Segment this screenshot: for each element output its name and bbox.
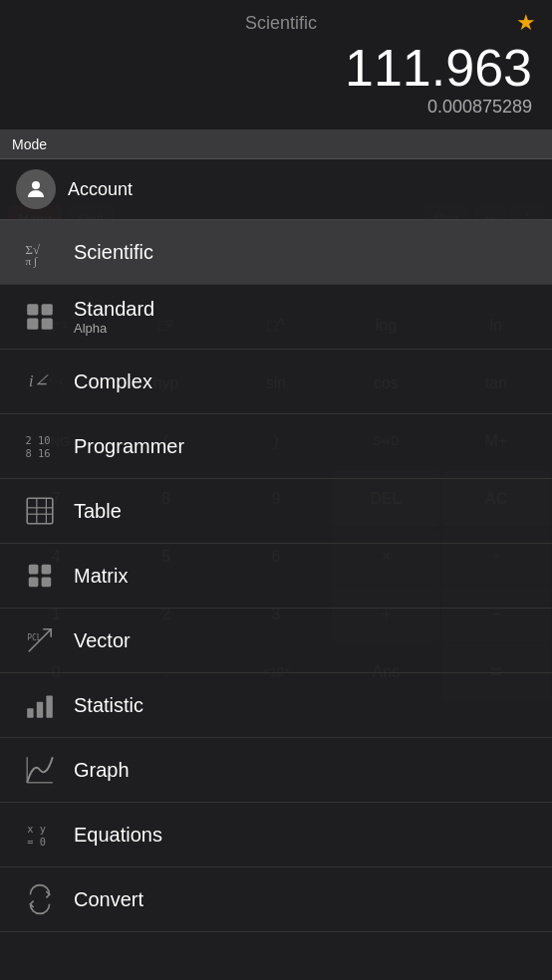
svg-text:π ∫: π ∫ bbox=[26, 255, 38, 268]
menu-item-matrix[interactable]: Matrix bbox=[0, 544, 552, 609]
menu-item-convert[interactable]: Convert bbox=[0, 867, 552, 932]
statistic-icon bbox=[16, 685, 64, 725]
scientific-label: Scientific bbox=[74, 241, 153, 264]
menu-item-table[interactable]: Table bbox=[0, 479, 552, 544]
menu-item-scientific[interactable]: Σ√ π ∫ Scientific bbox=[0, 220, 552, 285]
equations-label: Equations bbox=[74, 824, 162, 847]
programmer-label: Programmer bbox=[74, 435, 184, 458]
matrix-label: Matrix bbox=[74, 565, 128, 588]
svg-text:x y: x y bbox=[27, 823, 46, 835]
svg-text:8 16: 8 16 bbox=[26, 447, 51, 459]
scientific-icon: Σ√ π ∫ bbox=[16, 232, 64, 272]
svg-rect-15 bbox=[29, 565, 39, 575]
convert-icon bbox=[16, 879, 64, 919]
standard-sublabel: Alpha bbox=[74, 321, 154, 336]
mode-label: Mode bbox=[12, 136, 47, 152]
svg-rect-6 bbox=[42, 319, 53, 330]
svg-rect-17 bbox=[29, 578, 39, 588]
standard-label: Standard bbox=[74, 298, 154, 321]
svg-point-0 bbox=[32, 181, 40, 189]
svg-rect-10 bbox=[27, 498, 53, 524]
display-main: 111.963 bbox=[16, 40, 536, 97]
statistic-label: Statistic bbox=[74, 694, 143, 717]
app-title: Scientific bbox=[46, 13, 516, 34]
svg-rect-18 bbox=[42, 578, 52, 588]
menu-item-equations[interactable]: x y = 0 Equations bbox=[0, 803, 552, 867]
convert-label: Convert bbox=[74, 888, 143, 911]
equations-icon: x y = 0 bbox=[16, 815, 64, 855]
account-label: Account bbox=[68, 179, 133, 200]
table-label: Table bbox=[74, 500, 122, 523]
svg-text:2 10: 2 10 bbox=[26, 434, 51, 446]
svg-text:i∠: i∠ bbox=[29, 370, 50, 390]
complex-label: Complex bbox=[74, 370, 152, 393]
menu-item-programmer[interactable]: 2 10 8 16 Programmer bbox=[0, 414, 552, 479]
menu-item-standard[interactable]: Standard Alpha bbox=[0, 285, 552, 350]
svg-rect-3 bbox=[27, 304, 38, 315]
svg-rect-4 bbox=[42, 304, 53, 315]
table-icon bbox=[16, 491, 64, 531]
svg-rect-5 bbox=[27, 319, 38, 330]
graph-label: Graph bbox=[74, 759, 130, 782]
svg-rect-21 bbox=[27, 708, 33, 718]
complex-icon: i∠ bbox=[16, 362, 64, 401]
svg-text:= 0: = 0 bbox=[27, 836, 46, 848]
menu-item-statistic[interactable]: Statistic bbox=[0, 673, 552, 738]
menu-item-complex[interactable]: i∠ Complex bbox=[0, 350, 552, 414]
menu-item-graph[interactable]: Graph bbox=[0, 738, 552, 803]
account-header[interactable]: Account bbox=[0, 159, 552, 220]
svg-text:PCL: PCL bbox=[27, 633, 42, 642]
standard-icon bbox=[16, 297, 64, 337]
menu-item-vector[interactable]: PCL Vector bbox=[0, 609, 552, 673]
account-avatar bbox=[16, 169, 56, 209]
mode-menu: Account Σ√ π ∫ Scientific Standard Alpha bbox=[0, 159, 552, 980]
vector-icon: PCL bbox=[16, 620, 64, 660]
graph-icon bbox=[16, 750, 64, 790]
matrix-icon bbox=[16, 556, 64, 596]
svg-rect-16 bbox=[42, 565, 52, 575]
display-sub: 0.000875289 bbox=[16, 97, 536, 118]
programmer-icon: 2 10 8 16 bbox=[16, 426, 64, 466]
vector-label: Vector bbox=[74, 629, 131, 652]
svg-rect-23 bbox=[46, 695, 52, 717]
svg-rect-22 bbox=[37, 702, 43, 718]
favorite-star[interactable]: ★ bbox=[516, 10, 536, 36]
